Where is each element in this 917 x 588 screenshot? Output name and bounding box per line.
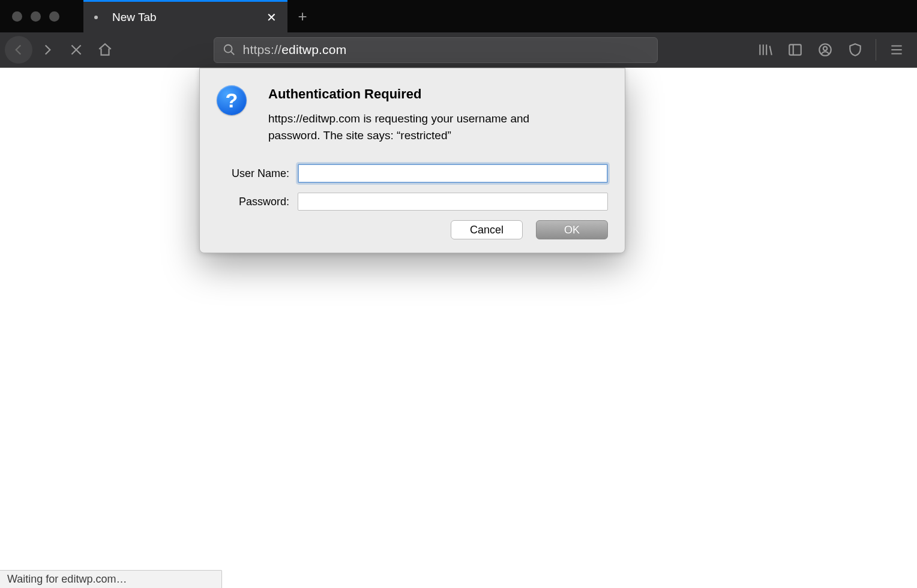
question-icon: ? [217,85,247,115]
hamburger-icon [889,42,904,58]
library-button[interactable] [752,36,778,64]
window-close-button[interactable] [12,11,22,22]
username-input[interactable] [298,164,608,183]
url-prefix: https:// [243,43,282,56]
nav-home-button[interactable] [91,36,119,64]
shield-icon [847,42,863,58]
tab-title: New Tab [112,11,254,24]
toolbar-right-icons [752,36,912,64]
cancel-button[interactable]: Cancel [451,220,523,239]
window-titlebar: New Tab ✕ + [0,0,917,32]
password-input[interactable] [298,193,608,211]
tab-loading-indicator-icon [94,16,98,19]
auth-dialog: ? Authentication Required https://editwp… [199,68,625,253]
window-maximize-button[interactable] [49,11,59,22]
close-icon [68,42,84,58]
status-bar: Waiting for editwp.com… [0,570,222,588]
svg-point-0 [224,45,232,53]
svg-rect-1 [789,44,801,55]
search-icon [223,43,236,56]
sidebar-button[interactable] [782,36,808,64]
tab-strip: New Tab ✕ + [83,0,317,32]
tab-close-button[interactable]: ✕ [266,10,277,25]
window-controls [0,11,59,22]
browser-tab-active[interactable]: New Tab ✕ [83,0,287,32]
url-host: editwp.com [281,43,346,56]
ok-button[interactable]: OK [536,220,608,239]
app-menu-button[interactable] [883,36,910,64]
plus-icon: + [298,7,307,26]
arrow-left-icon [11,42,26,58]
toolbar-separator [876,39,876,61]
account-icon [817,42,833,58]
status-text: Waiting for editwp.com… [7,573,127,586]
home-icon [97,42,113,58]
address-bar[interactable]: https://editwp.com [214,37,658,63]
window-minimize-button[interactable] [31,11,41,22]
dialog-message: https://editwp.com is requesting your us… [268,110,580,143]
nav-forward-button[interactable] [34,36,61,64]
url-text: https://editwp.com [243,43,347,57]
arrow-right-icon [40,42,55,58]
address-bar-container: https://editwp.com [120,37,751,63]
sidebar-icon [787,42,803,58]
browser-toolbar: https://editwp.com [0,32,917,68]
new-tab-button[interactable]: + [287,0,317,32]
nav-stop-button[interactable] [62,36,90,64]
nav-back-button[interactable] [5,36,32,64]
svg-point-3 [823,47,828,51]
tracking-protection-button[interactable] [842,36,868,64]
library-icon [757,42,773,58]
password-label: Password: [217,196,298,208]
account-button[interactable] [812,36,838,64]
username-label: User Name: [217,167,298,180]
dialog-title: Authentication Required [268,86,580,102]
